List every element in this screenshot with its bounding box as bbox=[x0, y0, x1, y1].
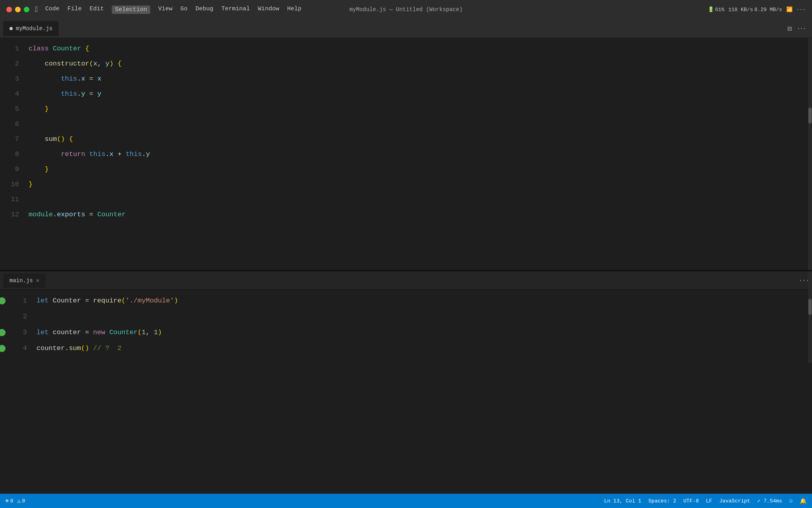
table-row: 1 let Counter = require('./myModule') bbox=[0, 293, 812, 309]
wifi-icon: 📶 bbox=[786, 6, 793, 13]
table-row: 4 counter.sum() // ? 2 bbox=[0, 341, 812, 356]
menu-edit[interactable]: Edit bbox=[90, 6, 104, 14]
panel-scrollbar-track[interactable] bbox=[808, 271, 812, 363]
menu-terminal[interactable]: Terminal bbox=[221, 6, 250, 14]
table-row: 5 } bbox=[0, 102, 812, 117]
table-row: 1 class Counter { bbox=[0, 41, 812, 56]
code-content: } bbox=[29, 102, 812, 117]
error-number: 0 bbox=[10, 498, 13, 504]
code-editor[interactable]: 1 class Counter { 2 constructor(x, y) { … bbox=[0, 38, 812, 270]
traffic-lights bbox=[6, 7, 29, 12]
battery-icon: 🔋 bbox=[708, 6, 714, 13]
line-number: 6 bbox=[0, 117, 29, 132]
line-number: 5 bbox=[0, 102, 29, 117]
code-content: constructor(x, y) { bbox=[29, 56, 812, 71]
menu-selection[interactable]: Selection bbox=[112, 6, 150, 14]
line-number: 4 bbox=[0, 87, 29, 102]
titlebar-right: 🔋 61% 118 KB/s 8.29 MB/s 📶 ··· bbox=[708, 6, 806, 13]
extra-icons: ··· bbox=[797, 7, 806, 13]
editor-tabbar: myModule.js ⊟ ··· bbox=[0, 19, 812, 38]
code-content: module.exports = Counter bbox=[29, 207, 812, 222]
code-content: let counter = new Counter(1, 1) bbox=[36, 325, 812, 341]
battery-status: 🔋 61% bbox=[708, 6, 724, 13]
code-content bbox=[29, 192, 812, 207]
error-icon: ⊗ bbox=[6, 498, 9, 504]
code-content bbox=[29, 117, 812, 132]
cursor-position[interactable]: Ln 13, Col 1 bbox=[604, 498, 642, 504]
code-content: class Counter { bbox=[29, 41, 812, 56]
table-row: 11 bbox=[0, 192, 812, 207]
code-content: sum() { bbox=[29, 132, 812, 147]
menu-view[interactable]: View bbox=[158, 6, 172, 14]
smiley-icon[interactable]: ☺ bbox=[789, 498, 793, 504]
network-up: 118 KB/s bbox=[728, 7, 753, 13]
apple-menu[interactable]:  bbox=[35, 5, 40, 14]
editor-tab-mymodule[interactable]: myModule.js bbox=[3, 21, 59, 36]
language-mode[interactable]: JavaScript bbox=[719, 498, 750, 504]
encoding[interactable]: UTF-8 bbox=[684, 498, 699, 504]
menu-window[interactable]: Window bbox=[258, 6, 279, 14]
line-number: 1 bbox=[8, 293, 36, 309]
line-number: 2 bbox=[0, 56, 29, 71]
indentation[interactable]: Spaces: 2 bbox=[648, 498, 676, 504]
bottom-panel: main.js ✕ ··· 1 let Counter = require('.… bbox=[0, 271, 812, 363]
more-actions-icon[interactable]: ··· bbox=[797, 25, 806, 32]
line-number: 10 bbox=[0, 177, 29, 192]
menu-go[interactable]: Go bbox=[180, 6, 188, 14]
panel-tab-label: main.js bbox=[10, 277, 33, 284]
menu-debug[interactable]: Debug bbox=[195, 6, 213, 14]
code-content: this.x = x bbox=[29, 71, 812, 87]
panel-scrollbar-thumb[interactable] bbox=[808, 299, 812, 315]
timing: ✓ 7.54ms bbox=[757, 498, 782, 504]
panel-more-icon[interactable]: ··· bbox=[799, 277, 809, 285]
table-row: 2 constructor(x, y) { bbox=[0, 56, 812, 71]
battery-percent: 61% bbox=[715, 7, 724, 13]
statusbar-right: Ln 13, Col 1 Spaces: 2 UTF-8 LF JavaScri… bbox=[604, 498, 806, 504]
network-down: 8.29 MB/s bbox=[754, 7, 782, 13]
code-content: counter.sum() // ? 2 bbox=[36, 341, 812, 356]
line-number: 8 bbox=[0, 147, 29, 162]
panel-tab-mainjs[interactable]: main.js ✕ bbox=[3, 273, 46, 288]
line-number: 3 bbox=[0, 71, 29, 87]
split-editor-icon[interactable]: ⊟ bbox=[787, 24, 792, 33]
debug-dot bbox=[0, 297, 6, 304]
titlebar-left:  Code File Edit Selection View Go Debug… bbox=[6, 5, 301, 14]
line-number: 11 bbox=[0, 192, 29, 207]
code-content: return this.x + this.y bbox=[29, 147, 812, 162]
table-row: 7 sum() { bbox=[0, 132, 812, 147]
code-content: this.y = y bbox=[29, 87, 812, 102]
table-row: 3 this.x = x bbox=[0, 71, 812, 87]
scrollbar-thumb[interactable] bbox=[808, 108, 812, 123]
scrollbar-track[interactable] bbox=[808, 38, 812, 270]
panel-tabbar: main.js ✕ ··· bbox=[0, 271, 812, 290]
code-content: } bbox=[29, 162, 812, 177]
bell-icon[interactable]: 🔔 bbox=[800, 498, 806, 504]
table-row: 8 return this.x + this.y bbox=[0, 147, 812, 162]
menu-code[interactable]: Code bbox=[45, 6, 59, 14]
warning-number: 0 bbox=[22, 498, 25, 504]
editor-tab-label: myModule.js bbox=[16, 25, 52, 32]
line-number: 3 bbox=[8, 325, 36, 341]
table-row: 3 let counter = new Counter(1, 1) bbox=[0, 325, 812, 341]
error-count[interactable]: ⊗ 0 △ 0 bbox=[6, 498, 25, 504]
debug-dot bbox=[0, 329, 6, 336]
window-title: myModule.js — Untitled (Workspace) bbox=[349, 6, 463, 13]
code-content: } bbox=[29, 177, 812, 192]
panel-code-area[interactable]: 1 let Counter = require('./myModule') 2 … bbox=[0, 290, 812, 360]
warning-icon: △ bbox=[17, 498, 21, 504]
maximize-button[interactable] bbox=[24, 7, 29, 12]
minimize-button[interactable] bbox=[15, 7, 21, 12]
panel-tab-close[interactable]: ✕ bbox=[36, 277, 39, 284]
menu-help[interactable]: Help bbox=[287, 6, 301, 14]
close-button[interactable] bbox=[6, 7, 12, 12]
code-content bbox=[36, 309, 812, 325]
statusbar-left: ⊗ 0 △ 0 bbox=[6, 498, 25, 504]
table-row: 6 bbox=[0, 117, 812, 132]
table-row: 9 } bbox=[0, 162, 812, 177]
table-row: 12 module.exports = Counter bbox=[0, 207, 812, 222]
eol[interactable]: LF bbox=[706, 498, 712, 504]
menu-file[interactable]: File bbox=[67, 6, 82, 14]
code-lines: 1 class Counter { 2 constructor(x, y) { … bbox=[0, 38, 812, 225]
tabbar-right: ⊟ ··· bbox=[787, 24, 809, 33]
line-number: 7 bbox=[0, 132, 29, 147]
